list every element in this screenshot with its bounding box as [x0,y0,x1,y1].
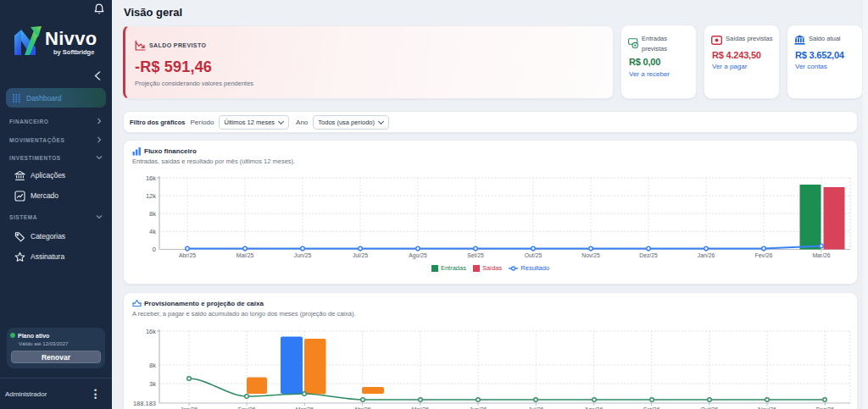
svg-text:8k: 8k [149,362,156,369]
svg-text:Dez/25: Dez/25 [639,252,658,258]
svg-text:Out/25: Out/25 [525,252,542,258]
svg-text:Set/25: Set/25 [467,252,484,258]
svg-text:Jun/25: Jun/25 [294,252,312,258]
svg-text:4k: 4k [149,228,156,235]
svg-text:Mai/25: Mai/25 [236,252,254,258]
svg-text:8k: 8k [149,210,156,218]
svg-text:Ago/25: Ago/25 [409,252,427,259]
svg-text:Abr/25: Abr/25 [179,252,196,258]
svg-text:3k: 3k [149,380,156,388]
svg-text:12k: 12k [146,192,156,200]
svg-text:16k: 16k [146,328,156,335]
svg-text:Jul/25: Jul/25 [353,252,368,258]
svg-text:Nov/25: Nov/25 [581,252,600,258]
svg-text:16k: 16k [146,174,156,182]
svg-text:Jan/26: Jan/26 [698,252,715,258]
svg-text:Mar/26: Mar/26 [812,252,830,258]
svg-text:Fev/26: Fev/26 [755,252,773,258]
svg-text:188.183: 188.183 [133,400,156,407]
svg-text:0: 0 [153,246,156,253]
